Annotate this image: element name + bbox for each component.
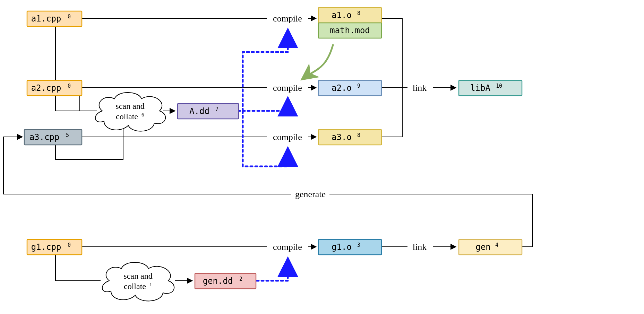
label-g1-o: g1.o xyxy=(332,242,352,252)
sup-a2-o: 9 xyxy=(357,83,360,89)
node-scan-collate-2: scan and collate 1 xyxy=(102,262,174,301)
sup-gen: 4 xyxy=(495,242,498,248)
node-libA: libA 10 xyxy=(459,80,522,96)
edge-label-link-gen: link xyxy=(413,242,427,252)
mathmod-to-compile-a2 xyxy=(302,45,333,79)
edge-label-compile-g1: compile xyxy=(273,242,302,252)
node-a2-o: a2.o 9 xyxy=(318,80,381,96)
sup-libA: 10 xyxy=(496,83,502,89)
sup-scan2: 1 xyxy=(149,282,152,287)
node-a3-cpp: a3.cpp 5 xyxy=(24,130,82,145)
label-a2-o: a2.o xyxy=(332,83,352,93)
label-g1-cpp: g1.cpp xyxy=(31,242,61,252)
sup-a3-o: 8 xyxy=(357,132,360,138)
label-math-mod: math.mod xyxy=(330,26,370,35)
edge-label-compile-a2: compile xyxy=(273,83,302,93)
label-a1-o: a1.o xyxy=(332,10,352,20)
label-A-dd: A.dd xyxy=(189,106,209,116)
sup-a1-cpp: 0 xyxy=(68,14,71,20)
node-a3-o: a3.o 8 xyxy=(318,130,381,145)
svg-rect-11 xyxy=(459,80,522,96)
label-scan2-line2: collate xyxy=(124,282,146,291)
label-scan2-line1: scan and xyxy=(123,271,152,280)
edge-label-compile-a3: compile xyxy=(273,132,302,142)
label-a3-cpp: a3.cpp xyxy=(29,132,60,142)
node-a2-cpp: a2.cpp 0 xyxy=(27,80,82,96)
node-scan-collate-1: scan and collate 6 xyxy=(95,93,165,131)
sup-a1-o: 8 xyxy=(357,10,360,16)
label-a1-cpp: a1.cpp xyxy=(31,14,61,24)
node-gen: gen 4 xyxy=(459,239,522,255)
edge-label-link-libA: link xyxy=(413,83,427,93)
sup-gen-dd: 2 xyxy=(239,276,242,282)
node-a1-cpp: a1.cpp 0 xyxy=(27,11,82,26)
edge-label-generate: generate xyxy=(295,189,326,199)
label-scan1-line2: collate xyxy=(116,112,138,121)
sup-scan1: 6 xyxy=(141,112,144,117)
dyndep-gendd-to-compile-g1 xyxy=(257,259,288,281)
node-A-dd: A.dd 7 xyxy=(178,104,239,119)
sup-g1-cpp: 0 xyxy=(68,242,71,248)
sup-g1-o: 3 xyxy=(357,242,360,248)
node-a1-o: a1.o 8 xyxy=(318,8,381,23)
sup-A-dd: 7 xyxy=(215,106,218,112)
label-gen-dd: gen.dd xyxy=(203,276,233,286)
label-gen: gen xyxy=(475,242,490,252)
node-math-mod: math.mod xyxy=(318,23,381,38)
sup-a2-cpp: 0 xyxy=(68,83,71,89)
node-g1-o: g1.o 3 xyxy=(318,239,381,255)
dyndep-Add-to-compile-a1 xyxy=(243,30,288,111)
sup-a3-cpp: 5 xyxy=(66,132,69,138)
label-libA: libA xyxy=(470,83,490,93)
label-a2-cpp: a2.cpp xyxy=(31,83,61,93)
node-g1-cpp: g1.cpp 0 xyxy=(27,239,82,255)
label-a3-o: a3.o xyxy=(332,132,352,142)
edge-label-compile-a1: compile xyxy=(273,14,302,24)
node-gen-dd: gen.dd 2 xyxy=(195,273,256,289)
dyndep-Add-to-compile-a2 xyxy=(238,99,288,111)
label-scan1-line1: scan and xyxy=(115,102,144,111)
